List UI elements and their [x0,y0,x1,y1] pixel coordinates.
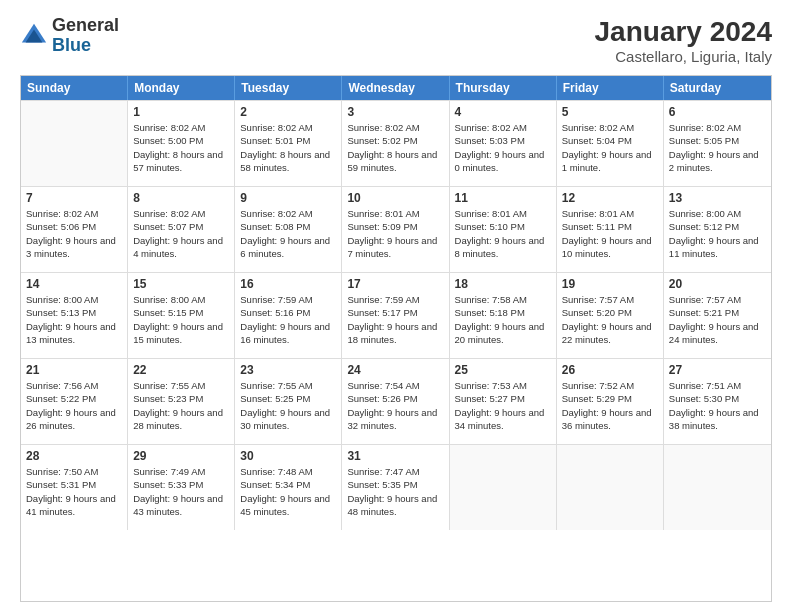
day-number: 22 [133,363,229,377]
day-number: 6 [669,105,766,119]
calendar-cell [664,445,771,530]
day-info: Sunrise: 7:55 AM Sunset: 5:25 PM Dayligh… [240,379,336,432]
day-number: 31 [347,449,443,463]
calendar-cell: 9Sunrise: 8:02 AM Sunset: 5:08 PM Daylig… [235,187,342,272]
day-number: 4 [455,105,551,119]
day-info: Sunrise: 8:01 AM Sunset: 5:11 PM Dayligh… [562,207,658,260]
day-info: Sunrise: 8:02 AM Sunset: 5:04 PM Dayligh… [562,121,658,174]
day-number: 18 [455,277,551,291]
calendar-cell: 1Sunrise: 8:02 AM Sunset: 5:00 PM Daylig… [128,101,235,186]
day-number: 10 [347,191,443,205]
day-info: Sunrise: 7:57 AM Sunset: 5:20 PM Dayligh… [562,293,658,346]
calendar-cell: 11Sunrise: 8:01 AM Sunset: 5:10 PM Dayli… [450,187,557,272]
day-of-week-header: Friday [557,76,664,100]
day-info: Sunrise: 7:57 AM Sunset: 5:21 PM Dayligh… [669,293,766,346]
logo-text: General Blue [52,16,119,56]
calendar-cell: 12Sunrise: 8:01 AM Sunset: 5:11 PM Dayli… [557,187,664,272]
day-number: 1 [133,105,229,119]
calendar-cell: 15Sunrise: 8:00 AM Sunset: 5:15 PM Dayli… [128,273,235,358]
day-number: 27 [669,363,766,377]
calendar-cell: 23Sunrise: 7:55 AM Sunset: 5:25 PM Dayli… [235,359,342,444]
logo: General Blue [20,16,119,56]
day-info: Sunrise: 8:01 AM Sunset: 5:09 PM Dayligh… [347,207,443,260]
day-of-week-header: Monday [128,76,235,100]
day-number: 3 [347,105,443,119]
day-info: Sunrise: 8:02 AM Sunset: 5:05 PM Dayligh… [669,121,766,174]
calendar-row: 21Sunrise: 7:56 AM Sunset: 5:22 PM Dayli… [21,358,771,444]
day-number: 21 [26,363,122,377]
day-info: Sunrise: 8:00 AM Sunset: 5:12 PM Dayligh… [669,207,766,260]
day-number: 12 [562,191,658,205]
calendar-cell: 19Sunrise: 7:57 AM Sunset: 5:20 PM Dayli… [557,273,664,358]
day-info: Sunrise: 7:53 AM Sunset: 5:27 PM Dayligh… [455,379,551,432]
day-info: Sunrise: 7:55 AM Sunset: 5:23 PM Dayligh… [133,379,229,432]
calendar-cell: 7Sunrise: 8:02 AM Sunset: 5:06 PM Daylig… [21,187,128,272]
day-number: 23 [240,363,336,377]
logo-general: General [52,15,119,35]
day-info: Sunrise: 7:50 AM Sunset: 5:31 PM Dayligh… [26,465,122,518]
calendar-cell: 20Sunrise: 7:57 AM Sunset: 5:21 PM Dayli… [664,273,771,358]
logo-blue: Blue [52,35,91,55]
day-info: Sunrise: 8:02 AM Sunset: 5:00 PM Dayligh… [133,121,229,174]
day-info: Sunrise: 7:47 AM Sunset: 5:35 PM Dayligh… [347,465,443,518]
title-area: January 2024 Castellaro, Liguria, Italy [595,16,772,65]
calendar-cell: 4Sunrise: 8:02 AM Sunset: 5:03 PM Daylig… [450,101,557,186]
calendar-row: 1Sunrise: 8:02 AM Sunset: 5:00 PM Daylig… [21,100,771,186]
calendar-cell: 14Sunrise: 8:00 AM Sunset: 5:13 PM Dayli… [21,273,128,358]
calendar-row: 28Sunrise: 7:50 AM Sunset: 5:31 PM Dayli… [21,444,771,530]
day-number: 8 [133,191,229,205]
calendar-cell [450,445,557,530]
logo-icon [20,22,48,50]
calendar-title: January 2024 [595,16,772,48]
day-of-week-header: Saturday [664,76,771,100]
day-number: 11 [455,191,551,205]
day-info: Sunrise: 8:02 AM Sunset: 5:07 PM Dayligh… [133,207,229,260]
calendar: SundayMondayTuesdayWednesdayThursdayFrid… [20,75,772,602]
calendar-cell: 2Sunrise: 8:02 AM Sunset: 5:01 PM Daylig… [235,101,342,186]
calendar-subtitle: Castellaro, Liguria, Italy [595,48,772,65]
day-info: Sunrise: 8:02 AM Sunset: 5:03 PM Dayligh… [455,121,551,174]
calendar-cell: 13Sunrise: 8:00 AM Sunset: 5:12 PM Dayli… [664,187,771,272]
calendar-cell: 26Sunrise: 7:52 AM Sunset: 5:29 PM Dayli… [557,359,664,444]
day-number: 29 [133,449,229,463]
day-info: Sunrise: 8:02 AM Sunset: 5:02 PM Dayligh… [347,121,443,174]
calendar-cell: 18Sunrise: 7:58 AM Sunset: 5:18 PM Dayli… [450,273,557,358]
calendar-header: SundayMondayTuesdayWednesdayThursdayFrid… [21,76,771,100]
day-info: Sunrise: 7:49 AM Sunset: 5:33 PM Dayligh… [133,465,229,518]
calendar-cell: 31Sunrise: 7:47 AM Sunset: 5:35 PM Dayli… [342,445,449,530]
day-info: Sunrise: 7:56 AM Sunset: 5:22 PM Dayligh… [26,379,122,432]
day-number: 19 [562,277,658,291]
day-info: Sunrise: 8:02 AM Sunset: 5:01 PM Dayligh… [240,121,336,174]
day-of-week-header: Tuesday [235,76,342,100]
day-number: 26 [562,363,658,377]
calendar-cell: 10Sunrise: 8:01 AM Sunset: 5:09 PM Dayli… [342,187,449,272]
day-info: Sunrise: 8:00 AM Sunset: 5:15 PM Dayligh… [133,293,229,346]
calendar-body: 1Sunrise: 8:02 AM Sunset: 5:00 PM Daylig… [21,100,771,530]
day-number: 16 [240,277,336,291]
calendar-cell: 27Sunrise: 7:51 AM Sunset: 5:30 PM Dayli… [664,359,771,444]
day-of-week-header: Thursday [450,76,557,100]
calendar-row: 14Sunrise: 8:00 AM Sunset: 5:13 PM Dayli… [21,272,771,358]
day-info: Sunrise: 7:59 AM Sunset: 5:17 PM Dayligh… [347,293,443,346]
day-info: Sunrise: 7:48 AM Sunset: 5:34 PM Dayligh… [240,465,336,518]
calendar-cell: 29Sunrise: 7:49 AM Sunset: 5:33 PM Dayli… [128,445,235,530]
day-number: 2 [240,105,336,119]
calendar-cell: 6Sunrise: 8:02 AM Sunset: 5:05 PM Daylig… [664,101,771,186]
calendar-cell: 28Sunrise: 7:50 AM Sunset: 5:31 PM Dayli… [21,445,128,530]
day-info: Sunrise: 8:01 AM Sunset: 5:10 PM Dayligh… [455,207,551,260]
calendar-cell: 21Sunrise: 7:56 AM Sunset: 5:22 PM Dayli… [21,359,128,444]
calendar-cell: 22Sunrise: 7:55 AM Sunset: 5:23 PM Dayli… [128,359,235,444]
day-info: Sunrise: 8:02 AM Sunset: 5:06 PM Dayligh… [26,207,122,260]
day-number: 14 [26,277,122,291]
day-info: Sunrise: 7:58 AM Sunset: 5:18 PM Dayligh… [455,293,551,346]
day-of-week-header: Wednesday [342,76,449,100]
header: General Blue January 2024 Castellaro, Li… [20,16,772,65]
day-info: Sunrise: 8:00 AM Sunset: 5:13 PM Dayligh… [26,293,122,346]
day-number: 25 [455,363,551,377]
day-number: 13 [669,191,766,205]
day-info: Sunrise: 7:52 AM Sunset: 5:29 PM Dayligh… [562,379,658,432]
day-number: 5 [562,105,658,119]
calendar-cell: 8Sunrise: 8:02 AM Sunset: 5:07 PM Daylig… [128,187,235,272]
day-number: 24 [347,363,443,377]
calendar-cell: 24Sunrise: 7:54 AM Sunset: 5:26 PM Dayli… [342,359,449,444]
